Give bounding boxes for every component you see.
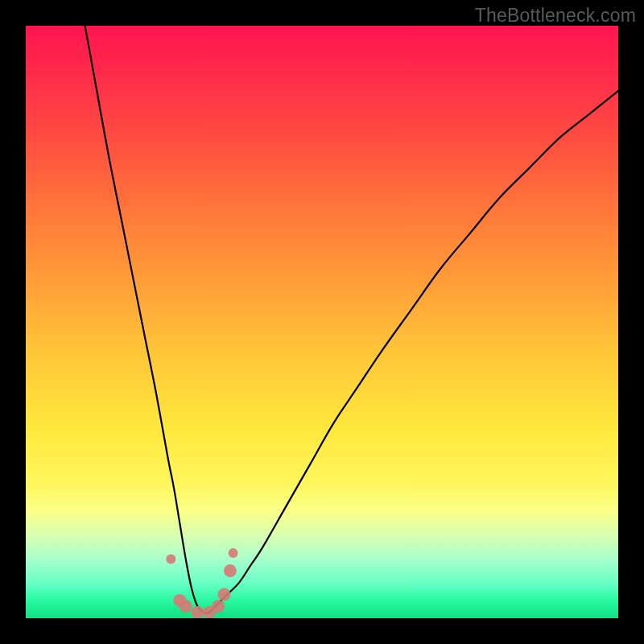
curve-marker (166, 554, 175, 564)
watermark-text: TheBottleneck.com (475, 5, 636, 27)
curve-marker (229, 548, 238, 558)
curve-svg (26, 26, 618, 618)
bottleneck-curve (85, 26, 618, 613)
chart-frame: TheBottleneck.com (0, 0, 644, 644)
curve-marker (191, 606, 204, 618)
plot-area (26, 26, 618, 618)
curve-marker (224, 564, 237, 577)
curve-markers (166, 548, 237, 618)
curve-marker (180, 600, 192, 613)
curve-marker (218, 588, 231, 601)
curve-marker (212, 600, 225, 613)
